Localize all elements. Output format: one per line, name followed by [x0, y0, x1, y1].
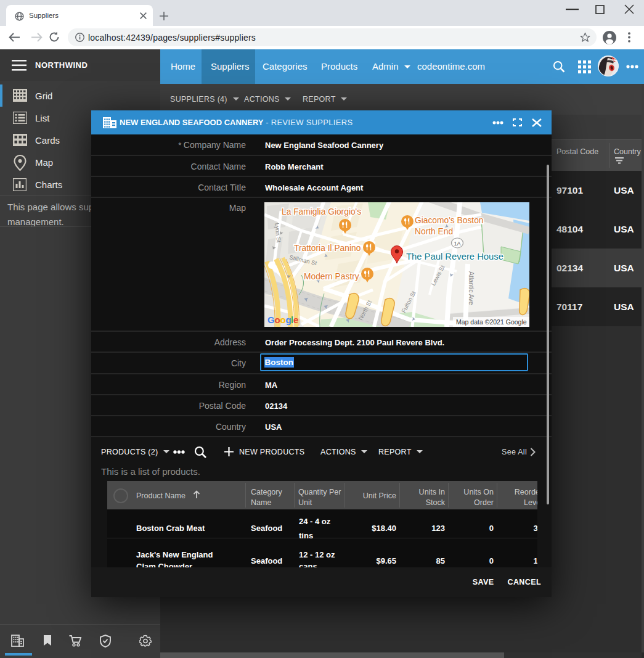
svg-text:North End: North End — [415, 227, 453, 236]
svg-text:The Paul Revere House: The Paul Revere House — [406, 252, 503, 261]
svg-text:1A: 1A — [454, 241, 460, 247]
svg-text:e: e — [293, 315, 298, 325]
svg-text:o: o — [280, 315, 286, 325]
svg-text:Map data ©2021 Google: Map data ©2021 Google — [456, 318, 527, 326]
svg-text:La Famiglia Giorgio's: La Famiglia Giorgio's — [282, 207, 361, 216]
svg-text:o: o — [275, 315, 280, 325]
svg-text:Modern Pastry: Modern Pastry — [304, 272, 359, 281]
svg-text:Giacomo's Boston: Giacomo's Boston — [415, 216, 484, 225]
svg-text:Trattoria Il Panino: Trattoria Il Panino — [294, 244, 361, 253]
svg-text:G: G — [267, 315, 275, 325]
svg-text:Atlantic Ave: Atlantic Ave — [468, 271, 475, 305]
